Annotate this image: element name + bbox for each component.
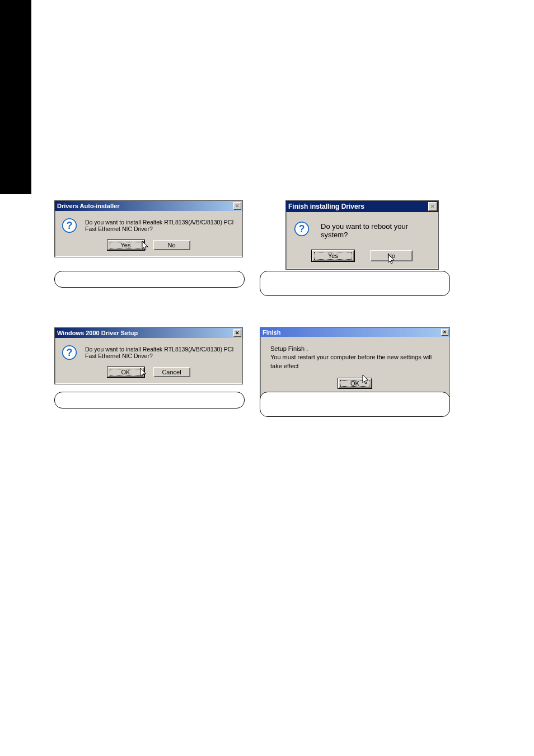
caption-box [54,271,245,288]
question-icon: ? [294,221,313,240]
dialog-title: Drivers Auto-installer [57,203,119,209]
cancel-button[interactable]: Cancel [153,367,190,377]
title-bar: Finish installing Drivers ✕ [286,201,438,212]
dialog-title: Finish [263,329,280,336]
dialog-body: Setup Finish . You must restart your com… [260,337,449,396]
dialog-win2000-setup: Windows 2000 Driver Setup ✕ ? Do you wan… [54,327,243,384]
ok-button[interactable]: OK [107,367,144,377]
dialog-message: Do you want to install Realtek RTL8139(A… [85,219,236,232]
caption-box [260,271,450,296]
title-bar: Windows 2000 Driver Setup ✕ [55,328,242,338]
dialog-title: Finish installing Drivers [288,203,364,210]
dialog-body: ? Do you want to install Realtek RTL8139… [55,211,242,257]
dialog-message: Do you want to reboot your system? [321,222,430,239]
finish-line1: Setup Finish . [270,345,444,353]
yes-button[interactable]: Yes [312,250,354,261]
no-button[interactable]: No [370,250,413,261]
question-icon: ? [62,345,77,360]
close-button[interactable]: ✕ [428,202,437,211]
finish-message: Setup Finish . You must restart your com… [266,342,444,370]
caption-box [260,392,450,417]
dialog-drivers-auto-installer: Drivers Auto-installer ✕ ? Do you want t… [54,200,243,257]
dialog-body: ? Do you want to reboot your system? Yes… [286,212,438,269]
dialog-message: Do you want to install Realtek RTL8139(A… [85,346,236,359]
svg-text:?: ? [67,347,73,358]
dialog-body: ? Do you want to install Realtek RTL8139… [55,338,242,384]
svg-text:?: ? [299,223,305,234]
title-bar: Drivers Auto-installer ✕ [55,201,242,211]
svg-text:?: ? [67,220,73,231]
no-button[interactable]: No [153,240,190,250]
close-button[interactable]: ✕ [233,329,241,337]
question-icon: ? [62,218,77,233]
yes-button[interactable]: Yes [107,240,144,250]
close-button[interactable]: ✕ [441,329,448,336]
title-bar: Finish ✕ [260,328,449,337]
finish-line2: You must restart your computer before th… [270,353,444,370]
dialog-finish: Finish ✕ Setup Finish . You must restart… [260,327,450,397]
close-button[interactable]: ✕ [233,202,241,210]
ok-button[interactable]: OK [338,378,372,388]
caption-box [54,392,245,408]
dialog-title: Windows 2000 Driver Setup [57,330,138,336]
dialog-finish-installing: Finish installing Drivers ✕ ? Do you wan… [285,200,439,270]
sidebar-black [0,0,31,194]
